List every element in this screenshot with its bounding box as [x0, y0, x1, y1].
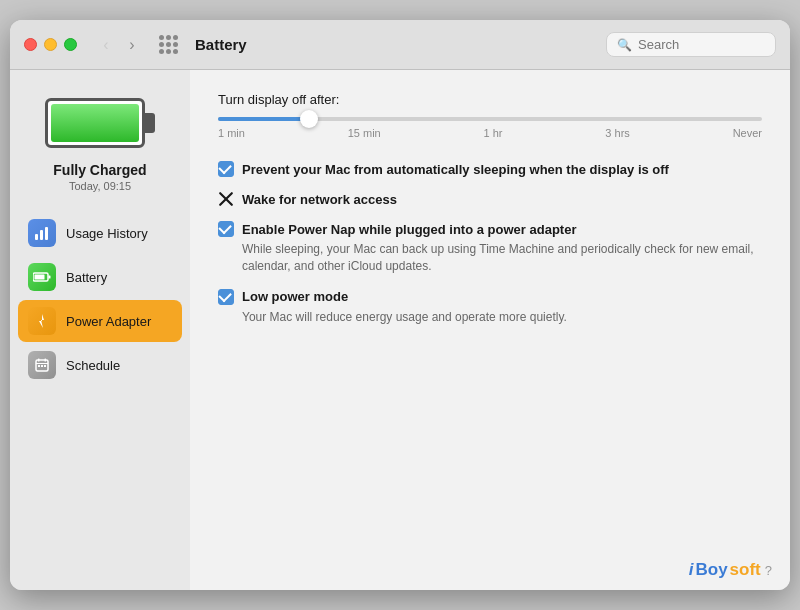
tick-3hrs: 3 hrs	[605, 127, 629, 139]
slider-section: Turn display off after: 1 min 15 min 1 h…	[218, 92, 762, 139]
search-box[interactable]: 🔍	[606, 32, 776, 57]
search-input[interactable]	[638, 37, 765, 52]
forward-arrow[interactable]: ›	[121, 34, 143, 56]
nav-arrows: ‹ ›	[95, 34, 143, 56]
svg-rect-5	[49, 276, 51, 279]
watermark-soft: soft	[730, 560, 761, 580]
tick-1hr: 1 hr	[484, 127, 503, 139]
prevent-sleep-title: Prevent your Mac from automatically slee…	[242, 162, 669, 177]
schedule-icon	[28, 351, 56, 379]
watermark-prefix: i	[689, 560, 694, 580]
svg-rect-9	[38, 359, 40, 362]
sidebar-item-usage-history[interactable]: Usage History	[18, 212, 182, 254]
low-power-title: Low power mode	[242, 289, 348, 304]
options-section: Prevent your Mac from automatically slee…	[218, 161, 762, 325]
option-low-power: Low power mode Your Mac will reduce ener…	[218, 289, 762, 326]
battery-icon	[45, 94, 155, 154]
battery-nav-label: Battery	[66, 270, 107, 285]
content-area: Fully Charged Today, 09:15 Usage History	[10, 70, 790, 590]
main-window: ‹ › Battery 🔍	[10, 20, 790, 590]
power-nap-checkbox[interactable]	[218, 221, 234, 237]
battery-body	[45, 98, 145, 148]
low-power-checkbox[interactable]	[218, 289, 234, 305]
power-nap-title: Enable Power Nap while plugged into a po…	[242, 222, 576, 237]
schedule-label: Schedule	[66, 358, 120, 373]
sidebar-item-schedule[interactable]: Schedule	[18, 344, 182, 386]
svg-rect-2	[45, 227, 48, 240]
sidebar-item-power-adapter[interactable]: Power Adapter	[18, 300, 182, 342]
search-icon: 🔍	[617, 38, 632, 52]
battery-charge-label: Fully Charged	[53, 162, 146, 178]
slider-track	[218, 117, 762, 121]
option-prevent-sleep: Prevent your Mac from automatically slee…	[218, 161, 762, 177]
prevent-sleep-checkbox[interactable]	[218, 161, 234, 177]
usage-history-label: Usage History	[66, 226, 148, 241]
option-power-nap: Enable Power Nap while plugged into a po…	[218, 221, 762, 275]
svg-rect-13	[44, 365, 46, 367]
watermark-boy: Boy	[695, 560, 727, 580]
sidebar-item-battery[interactable]: Battery	[18, 256, 182, 298]
traffic-lights	[24, 38, 77, 51]
svg-rect-1	[40, 230, 43, 240]
svg-rect-4	[35, 275, 45, 280]
sidebar: Fully Charged Today, 09:15 Usage History	[10, 70, 190, 590]
option-prevent-sleep-header: Prevent your Mac from automatically slee…	[218, 161, 762, 177]
slider-ticks: 1 min 15 min 1 hr 3 hrs Never	[218, 127, 762, 139]
zoom-button[interactable]	[64, 38, 77, 51]
svg-rect-8	[36, 363, 48, 364]
tick-never: Never	[733, 127, 762, 139]
main-panel: Turn display off after: 1 min 15 min 1 h…	[190, 70, 790, 590]
tick-15min: 15 min	[348, 127, 381, 139]
battery-fill	[51, 104, 139, 142]
battery-time-label: Today, 09:15	[69, 180, 131, 192]
svg-rect-11	[38, 365, 40, 367]
svg-rect-0	[35, 234, 38, 240]
slider-thumb[interactable]	[300, 110, 318, 128]
wake-network-xmark[interactable]	[218, 191, 234, 207]
power-adapter-label: Power Adapter	[66, 314, 151, 329]
battery-status: Fully Charged Today, 09:15	[45, 94, 155, 192]
window-title: Battery	[195, 36, 596, 53]
grid-icon[interactable]	[157, 34, 179, 56]
battery-terminal	[145, 113, 155, 133]
option-wake-network-header: Wake for network access	[218, 191, 762, 207]
grid-dots-icon	[159, 35, 178, 54]
tick-1min: 1 min	[218, 127, 245, 139]
minimize-button[interactable]	[44, 38, 57, 51]
usage-history-icon	[28, 219, 56, 247]
slider-label: Turn display off after:	[218, 92, 762, 107]
battery-nav-icon	[28, 263, 56, 291]
power-adapter-icon	[28, 307, 56, 335]
wake-network-title: Wake for network access	[242, 192, 397, 207]
slider-fill	[218, 117, 305, 121]
back-arrow[interactable]: ‹	[95, 34, 117, 56]
option-wake-network: Wake for network access	[218, 191, 762, 207]
close-button[interactable]	[24, 38, 37, 51]
watermark-question: ?	[765, 563, 772, 578]
svg-rect-12	[41, 365, 43, 367]
power-nap-description: While sleeping, your Mac can back up usi…	[242, 241, 762, 275]
slider-container	[218, 117, 762, 121]
option-power-nap-header: Enable Power Nap while plugged into a po…	[218, 221, 762, 237]
option-low-power-header: Low power mode	[218, 289, 762, 305]
watermark: iBoysoft?	[689, 560, 772, 580]
svg-rect-10	[45, 359, 47, 362]
titlebar: ‹ › Battery 🔍	[10, 20, 790, 70]
svg-marker-6	[39, 314, 44, 328]
sidebar-nav: Usage History Battery	[18, 212, 182, 386]
low-power-description: Your Mac will reduce energy usage and op…	[242, 309, 762, 326]
